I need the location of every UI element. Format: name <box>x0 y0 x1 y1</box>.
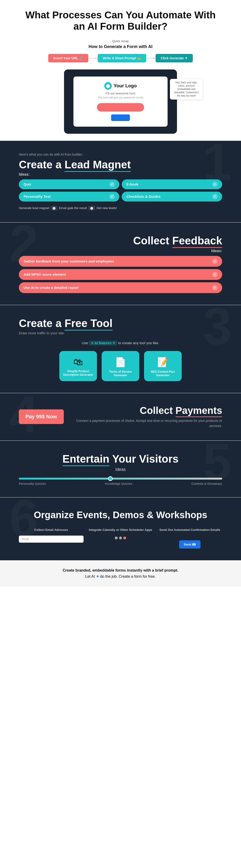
steps-row: Insert Your URL 🔗 Write A Short Prompt ✍… <box>19 54 222 62</box>
section1-highlight: Lead Magnet <box>64 158 131 171</box>
idea-quiz: Quiz ✓ <box>19 179 119 189</box>
check-icon: ✓ <box>110 182 115 187</box>
section4-title: Collect Payments <box>73 405 222 416</box>
lead-magnet-section: 1 Here's what you can do with AI from bu… <box>0 141 241 222</box>
form-preview: ⬤ Your Logo Fill out awesome form This f… <box>64 69 177 134</box>
check-icon: ✓ <box>212 182 217 187</box>
payments-right: Collect Payments Connect a payment proce… <box>73 405 222 429</box>
slider-thumb[interactable] <box>108 476 113 481</box>
footer-text: Create branded, embeddable forms instant… <box>19 567 222 579</box>
collect-feedback-section: 2 Collect Feedback Ideas: Gather feedbac… <box>0 222 241 305</box>
tools-grid: 🛍 Shopify Product Description Generator … <box>19 351 222 381</box>
shopify-icon: 🛍 <box>63 356 93 367</box>
dot-2 <box>119 536 122 539</box>
logo-text: Your Logo <box>114 83 137 89</box>
event-col-2-title: Integrate Calendly or Other Scheduler Ap… <box>88 528 153 532</box>
event-col-2: Integrate Calendly or Other Scheduler Ap… <box>88 528 153 549</box>
section3-highlight: Free Tool <box>64 317 113 330</box>
chip-1: ⬤ <box>51 206 57 211</box>
tool-label-3: SEO Content Plan Generator <box>148 370 178 377</box>
slider-bar[interactable] <box>19 478 222 479</box>
feedback-item-3: Use AI to create a detailed report ✓ <box>19 282 222 293</box>
form-preview-wrapper: ⬤ Your Logo Fill out awesome form This f… <box>19 69 222 134</box>
events-cols: Collect Email Adresses Email Integrate C… <box>19 528 222 549</box>
logo-icon: ⬤ <box>104 82 112 90</box>
section3-title: Create a Free Tool <box>19 317 222 330</box>
check-icon: ✓ <box>212 272 217 277</box>
dot-1 <box>115 536 118 539</box>
section2-ideas-label: Ideas: <box>19 249 222 253</box>
chip-2: ⬤ <box>88 206 95 211</box>
terms-icon: 📄 <box>106 356 135 368</box>
tool-card-3: 📝 SEO Content Plan Generator <box>144 351 182 381</box>
idea-personality: Personality Test ✓ <box>19 192 119 202</box>
footer-cta: Create branded, embeddable forms instant… <box>0 560 241 586</box>
section1-label: Here's what you can do with AI from buil… <box>19 153 222 156</box>
ideas-grid: Quiz ✓ E-book ✓ Personality Test ✓ Check… <box>19 179 222 202</box>
event-col-3-title: Send Out Automated Confirmation Emails <box>157 528 222 532</box>
tooltip-bubble: Hey, that's your logo, colors, and font!… <box>170 79 203 100</box>
idea-checklists: Checklists & Guides ✓ <box>122 192 222 202</box>
idea-ebook: E-book ✓ <box>122 179 222 189</box>
flow-row: Generate lead magnet ⬤ Email gate the re… <box>19 206 222 211</box>
section5-title: Entertain Your Visitors <box>19 453 222 465</box>
form-inner: ⬤ Your Logo Fill out awesome form This f… <box>73 76 168 127</box>
event-col-1: Collect Email Adresses Email <box>19 528 84 549</box>
section1-ideas-label: Ideas: <box>19 172 222 177</box>
section2-highlight: Feedback <box>172 234 222 247</box>
form-subtitle: Fill out awesome form <box>81 92 160 95</box>
section6-title: Organize Events, Demos & Workshops <box>19 509 222 521</box>
tool-card-2: 📄 Terms of Service Generator <box>102 351 139 381</box>
check-icon: ✓ <box>212 194 217 199</box>
entertain-section: 5 Entertain Your Visitors Ideas Personal… <box>0 441 241 497</box>
slider-labels: Personality Quizzes Knowledge Quizzes Co… <box>19 482 222 486</box>
section5-highlight: Entertain <box>62 453 109 465</box>
check-icon: ✓ <box>212 259 217 264</box>
hero-title: What Processes Can You Automate With an … <box>19 9 222 32</box>
event-col-3: Send Out Automated Confirmation Emails S… <box>157 528 222 549</box>
how-to-title: How to Generate a Form with AI <box>19 44 222 49</box>
check-icon: ✓ <box>110 194 115 199</box>
step-3: Click Generate ✦ <box>156 54 193 62</box>
event-col-1-title: Collect Email Adresses <box>19 528 84 532</box>
email-input-preview[interactable]: Email <box>19 535 84 542</box>
organize-events-section: 6 Organize Events, Demos & Workshops Col… <box>0 497 241 561</box>
ai-badge: ✦ AI features ✦ <box>89 341 117 345</box>
section2-title: Collect Feedback <box>19 234 222 247</box>
step-2: Write A Short Prompt ✍ <box>98 54 146 62</box>
hero-section: What Processes Can You Automate With an … <box>0 0 241 141</box>
step-1: Insert Your URL 🔗 <box>48 54 88 62</box>
footer-ai-badge: ✦ <box>96 574 99 580</box>
form-desc: This form will give you awesome results <box>81 96 160 99</box>
quick-recap-label: Quick recap <box>19 39 222 43</box>
form-btn-preview <box>111 115 130 121</box>
tool-label-1: Shopify Product Description Generator <box>63 370 93 377</box>
ai-feature-text: Use ✦ AI features ✦ to create any tool y… <box>19 341 222 345</box>
collect-payments-section: 4 Pay 99$ Now Collect Payments Connect a… <box>0 393 241 440</box>
free-tool-section: 3 Create a Free Tool Draw more traffic t… <box>0 305 241 393</box>
payments-inner: Pay 99$ Now Collect Payments Connect a p… <box>19 405 222 429</box>
feedback-item-1: Gather feedback from your customers and … <box>19 256 222 267</box>
section1-title: Create a Lead Magnet <box>19 158 222 171</box>
calendly-dots <box>88 536 153 539</box>
tool-label-2: Terms of Service Generator <box>106 370 135 377</box>
check-icon: ✓ <box>212 285 217 290</box>
ideas-center-label: Ideas <box>19 467 222 472</box>
form-input-preview <box>97 103 144 112</box>
logo-row: ⬤ Your Logo <box>81 82 160 90</box>
section3-subtitle: Draw more traffic to your site. <box>19 331 222 335</box>
pay-button[interactable]: Pay 99$ Now <box>19 409 64 424</box>
step-arrow-2 <box>146 58 156 58</box>
section4-highlight: Payments <box>176 405 222 416</box>
feedback-list: Gather feedback from your customers and … <box>19 256 222 293</box>
payments-desc: Connect a payment processor of choice. A… <box>73 418 222 429</box>
seo-icon: 📝 <box>148 356 178 368</box>
step-arrow-1 <box>88 58 98 58</box>
tool-card-1: 🛍 Shopify Product Description Generator <box>59 351 97 381</box>
feedback-item-2: Add NPS® score element ✓ <box>19 269 222 280</box>
send-button[interactable]: Send 📧 <box>179 540 201 549</box>
dot-3 <box>123 536 126 539</box>
